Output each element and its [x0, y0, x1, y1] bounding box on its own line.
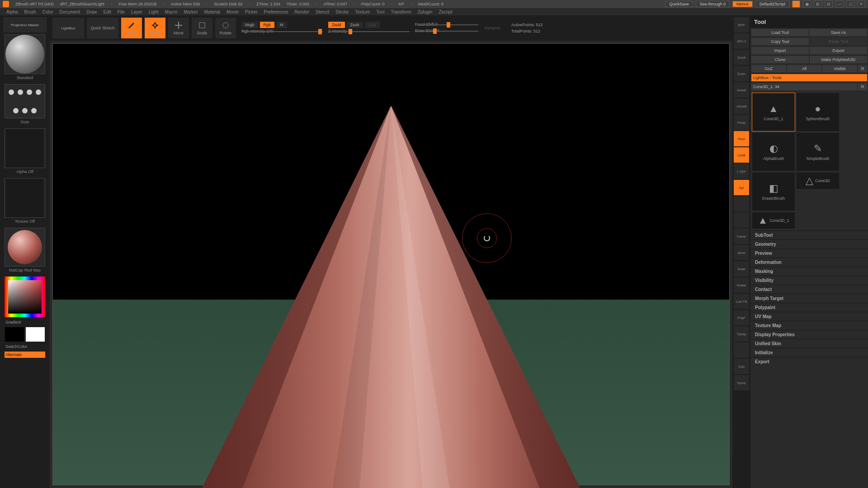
goz-button[interactable]: GoZ — [751, 65, 786, 72]
window-icon-1[interactable]: ▦ — [792, 0, 800, 8]
menu-tool[interactable]: Tool — [376, 9, 384, 14]
m-chip[interactable]: M — [276, 22, 287, 28]
strip-l.sym[interactable]: L.Sym — [734, 164, 749, 179]
menu-alpha[interactable]: Alpha — [6, 9, 18, 14]
menu-render[interactable]: Render — [295, 9, 310, 14]
save-as-button[interactable]: Save As — [810, 29, 867, 36]
rotate-button[interactable]: Rotate — [215, 18, 236, 38]
quicksave-button[interactable]: QuickSave — [665, 1, 693, 7]
menu-zscript[interactable]: Zscript — [439, 9, 452, 14]
make-polymesh-button[interactable]: Make PolyMesh3D — [810, 56, 867, 63]
zadd-chip[interactable]: Zadd — [328, 22, 345, 28]
strip-local[interactable]: Local — [734, 147, 749, 163]
close-icon[interactable]: ✕ — [857, 0, 865, 8]
move-button[interactable]: Move — [168, 18, 189, 38]
strip-line-fill[interactable]: Line Fill — [734, 294, 749, 309]
strip-bpr[interactable]: BPR — [734, 17, 749, 33]
goz-visible-button[interactable]: Visible — [822, 65, 857, 72]
gradient-button[interactable]: Gradient — [5, 319, 45, 325]
section-morph-target[interactable]: Morph Target — [750, 294, 868, 303]
strip-blank[interactable] — [734, 343, 749, 358]
rgb-chip[interactable]: Rgb — [260, 22, 275, 28]
strip-actual[interactable]: Actual — [734, 82, 749, 98]
menu-color[interactable]: Color — [42, 9, 53, 14]
menu-transform[interactable]: Transform — [391, 9, 411, 14]
tool-thumb-cone3d[interactable]: △Cone3D — [797, 173, 839, 189]
menus-button[interactable]: Menus — [732, 1, 753, 7]
strip-persp[interactable]: Persp — [734, 115, 749, 130]
section-polypaint[interactable]: Polypaint — [750, 303, 868, 312]
menu-movie[interactable]: Movie — [226, 9, 239, 14]
strip-zoom[interactable]: Zoom — [734, 66, 749, 81]
strip-scroll[interactable]: Scroll — [734, 50, 749, 65]
section-display-properties[interactable]: Display Properties — [750, 330, 868, 339]
window-icon-2[interactable]: ▣ — [803, 0, 811, 8]
quicksketch-button[interactable]: Quick Sketch — [87, 18, 118, 38]
section-initialize[interactable]: Initialize — [750, 348, 868, 357]
z-intensity-slider[interactable]: Z Intensity 25 — [328, 29, 410, 34]
strip-xpose[interactable]: Xpose — [734, 375, 749, 390]
menu-picker[interactable]: Picker — [245, 9, 258, 14]
goz-all-button[interactable]: All — [787, 65, 822, 72]
section-deformation[interactable]: Deformation — [750, 258, 868, 267]
viewport[interactable] — [52, 43, 730, 485]
alpha-slot[interactable]: Alpha Off — [5, 128, 45, 168]
strip-floor[interactable]: Floor — [734, 131, 749, 146]
defaultscript-button[interactable]: DefaultZScript — [755, 1, 789, 7]
strip-aahalf[interactable]: AAHalf — [734, 99, 749, 114]
material-slot[interactable]: MatCap Red Wax — [5, 228, 45, 267]
maximize-icon[interactable]: ◻ — [846, 0, 854, 8]
strip-transp[interactable]: Transp — [734, 326, 749, 342]
color-swatches[interactable] — [5, 327, 45, 342]
color-picker[interactable] — [5, 277, 45, 317]
zcut-chip[interactable]: Zcut — [365, 22, 380, 28]
import-button[interactable]: Import — [751, 47, 809, 54]
copy-tool-button[interactable]: Copy Tool — [751, 38, 809, 45]
zsub-chip[interactable]: Zsub — [347, 22, 363, 28]
tool-thumb-cone3d_1[interactable]: ▲Cone3D_1 — [752, 93, 795, 131]
menu-macro[interactable]: Macro — [165, 9, 178, 14]
strip-polyf[interactable]: PolyF — [734, 310, 749, 325]
rgb-intensity-slider[interactable]: Rgb Intensity 100 — [241, 29, 323, 34]
section-geometry[interactable]: Geometry — [750, 239, 868, 249]
current-tool-name[interactable]: Cone3D_1. 34 — [751, 83, 857, 90]
section-unified-skin[interactable]: Unified Skin — [750, 339, 868, 348]
menu-material[interactable]: Material — [204, 9, 221, 14]
paste-tool-button[interactable]: Paste Tool — [810, 38, 867, 45]
edit-button[interactable]: Edit — [121, 18, 142, 38]
switchcolor-button[interactable]: SwitchColor — [5, 343, 45, 350]
menu-light[interactable]: Light — [149, 9, 159, 14]
menu-file[interactable]: File — [118, 9, 125, 14]
menu-stencil[interactable]: Stencil — [316, 9, 329, 14]
menu-stroke[interactable]: Stroke — [335, 9, 349, 14]
texture-slot[interactable]: Texture Off — [5, 178, 45, 218]
strip-solo[interactable]: Solo — [734, 359, 749, 374]
clone-button[interactable]: Clone — [751, 56, 809, 63]
mrgb-chip[interactable]: Mrgb — [241, 22, 258, 28]
minimize-icon[interactable]: — — [835, 0, 844, 8]
goz-r-button[interactable]: R — [858, 65, 867, 72]
projection-master-button[interactable]: Projection Master — [3, 17, 47, 33]
stroke-slot[interactable]: Dots — [5, 84, 45, 118]
focal-shift-slider[interactable]: Focal Shift 0 — [415, 22, 478, 28]
tool-thumb-eraserbrush[interactable]: ◧EraserBrush — [752, 173, 795, 211]
menu-document[interactable]: Document — [60, 9, 80, 14]
brush-slot[interactable]: Standard — [5, 34, 45, 74]
menu-zplugin[interactable]: Zplugin — [418, 9, 433, 14]
export-button[interactable]: Export — [810, 47, 867, 54]
strip-xyz[interactable]: Xyz — [734, 180, 749, 195]
strip-frame[interactable]: Frame — [734, 229, 749, 244]
scale-button[interactable]: Scale — [192, 18, 212, 38]
menu-draw[interactable]: Draw — [86, 9, 97, 14]
section-masking[interactable]: Masking — [750, 267, 868, 276]
menu-marker[interactable]: Marker — [184, 9, 198, 14]
window-icon-3[interactable]: ⊞ — [814, 0, 822, 8]
seethrough-slider[interactable]: See-through 0 — [696, 1, 730, 7]
menu-preferences[interactable]: Preferences — [264, 9, 288, 14]
tool-thumb-cone3d_1[interactable]: ▲Cone3D_1 — [752, 212, 795, 229]
section-subtool[interactable]: SubTool — [750, 230, 868, 239]
menu-layer[interactable]: Layer — [131, 9, 142, 14]
strip-scale[interactable]: Scale — [734, 261, 749, 277]
draw-button[interactable]: Draw — [145, 18, 165, 38]
tool-thumb-alphabrush[interactable]: ◐AlphaBrush — [752, 133, 795, 171]
